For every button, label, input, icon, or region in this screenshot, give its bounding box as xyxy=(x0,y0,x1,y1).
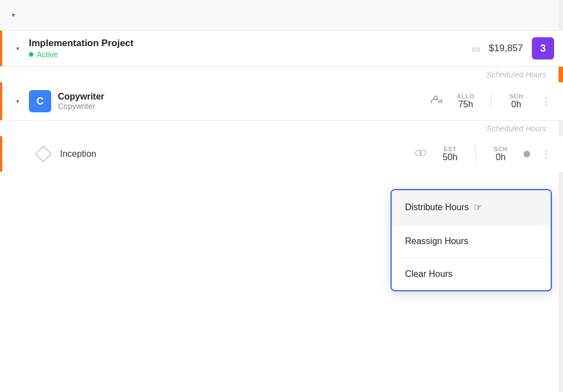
task-more-icon[interactable]: ⋮ xyxy=(539,146,554,162)
task-sch-block: SCH 0h xyxy=(487,146,515,162)
main-container: ▾ ▾ Implementation Project Active ▭ $19,… xyxy=(0,0,563,392)
allo-label: ALLO xyxy=(457,93,475,100)
project-expand-chevron[interactable]: ▾ xyxy=(11,42,24,55)
project-row: ▾ Implementation Project Active ▭ $19,85… xyxy=(0,31,563,67)
task-row: Inception EST 50h SCH 0h xyxy=(0,136,563,172)
hours-separator xyxy=(491,93,491,110)
role-scheduled-hours-label: Scheduled Hours xyxy=(487,124,546,133)
cursor-icon: ☞ xyxy=(473,201,482,214)
context-menu-item-reassign[interactable]: Reassign Hours xyxy=(392,225,551,258)
allo-value: 75h xyxy=(458,100,473,110)
top-bar: ▾ xyxy=(0,0,563,31)
project-scheduled-hours-label: Scheduled Hours xyxy=(487,70,546,79)
task-right-area: EST 50h SCH 0h ⋮ xyxy=(414,146,554,162)
svg-point-0 xyxy=(434,96,437,100)
active-dot-icon xyxy=(29,52,33,57)
project-right-area: ▭ $19,857 3 xyxy=(472,37,554,59)
role-title: Copywriter xyxy=(58,92,431,102)
role-expand-chevron[interactable]: ▾ xyxy=(11,95,24,108)
project-badge-count[interactable]: 3 xyxy=(532,37,554,59)
clear-hours-label: Clear Hours xyxy=(405,269,452,279)
layout-icon[interactable]: ▭ xyxy=(472,43,480,54)
active-status-text: Active xyxy=(37,50,58,59)
task-group-icon[interactable] xyxy=(414,148,427,160)
project-price: $19,857 xyxy=(489,43,523,54)
role-scheduled-hours-row: Scheduled Hours xyxy=(0,121,563,136)
task-orange-accent-bar xyxy=(0,136,2,172)
role-sch-label: SCH xyxy=(510,93,524,100)
context-menu-item-distribute[interactable]: Distribute Hours ☞ xyxy=(392,190,551,225)
task-est-value: 50h xyxy=(443,152,458,162)
context-menu-item-clear[interactable]: Clear Hours xyxy=(392,258,551,290)
task-est-block: EST 50h xyxy=(436,146,464,162)
collapse-chevron-icon[interactable]: ▾ xyxy=(9,11,18,19)
task-diamond-icon xyxy=(33,144,53,164)
distribute-hours-label: Distribute Hours xyxy=(405,202,469,212)
task-hours-separator xyxy=(475,146,476,162)
allo-block: ALLO 75h xyxy=(452,93,480,110)
task-sch-value: 0h xyxy=(496,152,506,162)
project-title: Implementation Project xyxy=(29,38,472,49)
role-sch-block: SCH 0h xyxy=(502,93,530,110)
role-more-icon[interactable]: ⋮ xyxy=(539,93,554,110)
context-menu: Distribute Hours ☞ Reassign Hours Clear … xyxy=(391,189,552,291)
orange-accent-bar xyxy=(0,31,2,66)
role-right-area: ALLO 75h SCH 0h ⋮ xyxy=(431,93,554,110)
role-title-area: Copywriter Copywriter xyxy=(58,92,431,111)
add-user-icon[interactable] xyxy=(431,95,443,108)
role-orange-accent-bar xyxy=(0,82,2,120)
reassign-hours-label: Reassign Hours xyxy=(405,236,468,246)
role-avatar: C xyxy=(29,90,51,112)
role-subtitle: Copywriter xyxy=(58,102,431,111)
task-status-dot xyxy=(524,151,530,157)
active-badge: Active xyxy=(29,50,472,59)
role-row: ▾ C Copywriter Copywriter ALLO 75h xyxy=(0,82,563,121)
project-scheduled-hours-row: Scheduled Hours xyxy=(0,67,563,82)
task-est-label: EST xyxy=(444,146,457,152)
task-sch-label: SCH xyxy=(494,146,508,152)
task-title: Inception xyxy=(60,149,414,159)
project-title-area: Implementation Project Active xyxy=(29,38,472,59)
role-sch-value: 0h xyxy=(511,100,521,110)
